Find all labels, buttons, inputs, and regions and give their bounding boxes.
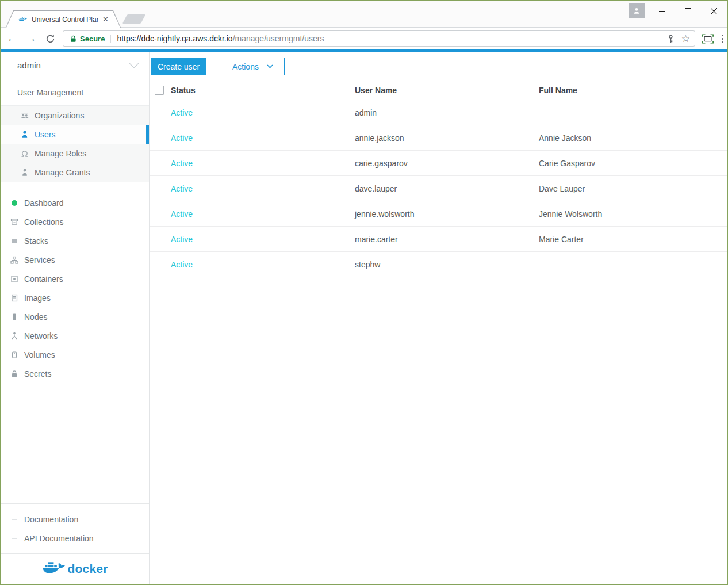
profile-avatar-button[interactable]	[629, 3, 645, 18]
table-row[interactable]: Active dave.lauper Dave Lauper	[150, 176, 727, 201]
address-bar[interactable]: Secure https://ddc-nightly.qa.aws.dckr.i…	[63, 30, 695, 47]
table-row[interactable]: Active marie.carter Marie Carter	[150, 227, 727, 252]
minimize-button[interactable]	[649, 1, 675, 21]
docker-logo: docker	[1, 553, 149, 584]
fullscreen-extension-icon[interactable]	[702, 34, 714, 44]
sidebar-item-manage-roles[interactable]: Manage Roles	[1, 144, 149, 163]
browser-toolbar: ← → Secure https://ddc-nightly.qa.aws.dc…	[1, 28, 727, 49]
sidebar-item-images[interactable]: Images	[1, 288, 149, 307]
status-cell[interactable]: Active	[171, 260, 355, 269]
tab-close-icon[interactable]: ✕	[102, 16, 109, 23]
account-name: admin	[17, 60, 128, 70]
chevron-down-icon	[128, 62, 140, 69]
sidebar-item-documentation[interactable]: Documentation	[1, 510, 149, 529]
reload-icon[interactable]	[42, 34, 58, 44]
column-header-fullname[interactable]: Full Name	[539, 86, 727, 95]
close-window-button[interactable]	[701, 1, 727, 21]
status-cell[interactable]: Active	[171, 235, 355, 244]
account-selector[interactable]: admin	[1, 52, 149, 79]
users-table: Status User Name Full Name Active admin …	[150, 81, 727, 277]
sidebar-item-label: Dashboard	[24, 198, 64, 208]
status-cell[interactable]: Active	[171, 184, 355, 193]
fullname-cell: Carie Gasparov	[539, 159, 727, 168]
sidebar-item-secrets[interactable]: Secrets	[1, 364, 149, 383]
chevron-down-icon	[267, 64, 273, 68]
select-all-checkbox[interactable]	[155, 86, 164, 95]
secure-label: Secure	[80, 35, 105, 43]
username-cell: stephw	[355, 260, 539, 269]
sidebar-item-organizations[interactable]: Organizations	[1, 106, 149, 125]
networks-icon	[10, 331, 19, 341]
sidebar-item-users[interactable]: Users	[1, 125, 149, 144]
sidebar-item-label: Documentation	[24, 515, 78, 524]
sidebar-item-dashboard[interactable]: Dashboard	[1, 193, 149, 212]
table-row[interactable]: Active stephw	[150, 252, 727, 277]
column-header-status[interactable]: Status	[171, 86, 355, 95]
browser-window: Universal Control Plane ✕ ← →	[0, 0, 728, 585]
secrets-icon	[10, 369, 19, 378]
status-cell[interactable]: Active	[171, 159, 355, 168]
status-cell[interactable]: Active	[171, 108, 355, 117]
sidebar-item-label: API Documentation	[24, 534, 94, 543]
images-icon	[10, 293, 19, 303]
grants-icon	[20, 168, 29, 177]
main-content: Create user Actions Status User Name Ful…	[150, 52, 727, 584]
sidebar-item-label: Networks	[24, 331, 58, 341]
actions-dropdown[interactable]: Actions	[221, 58, 285, 75]
sidebar-item-label: Secrets	[24, 369, 51, 378]
sidebar-item-collections[interactable]: Collections	[1, 212, 149, 231]
sidebar-item-containers[interactable]: Containers	[1, 269, 149, 288]
collections-icon	[10, 217, 19, 227]
new-tab-button[interactable]	[122, 14, 146, 24]
username-cell: marie.carter	[355, 235, 539, 244]
browser-tab[interactable]: Universal Control Plane ✕	[6, 10, 121, 28]
fullname-cell: Dave Lauper	[539, 184, 727, 193]
username-cell: jennie.wolsworth	[355, 209, 539, 219]
organizations-icon	[20, 111, 29, 120]
table-row[interactable]: Active admin	[150, 100, 727, 125]
status-cell[interactable]: Active	[171, 209, 355, 219]
sidebar-item-label: Manage Roles	[35, 149, 86, 158]
sidebar-item-networks[interactable]: Networks	[1, 326, 149, 345]
key-icon[interactable]	[667, 35, 675, 43]
sidebar-item-volumes[interactable]: Volumes	[1, 345, 149, 364]
column-header-username[interactable]: User Name	[355, 86, 539, 95]
sidebar-item-label: Manage Grants	[35, 168, 90, 177]
status-cell[interactable]: Active	[171, 133, 355, 143]
bookmark-star-icon[interactable]: ☆	[681, 33, 690, 45]
table-row[interactable]: Active annie.jackson Annie Jackson	[150, 125, 727, 151]
section-title: User Management	[1, 79, 149, 106]
sidebar-item-label: Collections	[24, 217, 63, 227]
sidebar-item-services[interactable]: Services	[1, 250, 149, 269]
dashboard-dot-icon	[10, 198, 19, 208]
doc-lines-icon	[10, 515, 19, 524]
url-path: /manage/usermgmt/users	[233, 34, 324, 43]
url-host: https://ddc-nightly.qa.aws.dckr.io	[117, 34, 232, 43]
forward-icon[interactable]: →	[23, 32, 39, 45]
sidebar-item-manage-grants[interactable]: Manage Grants	[1, 163, 149, 182]
sidebar-item-label: Images	[24, 293, 51, 303]
user-management-submenu: Organizations Users Manage Roles	[1, 106, 149, 182]
stacks-icon	[10, 236, 19, 246]
docker-favicon-icon	[18, 15, 27, 24]
tab-title: Universal Control Plane	[32, 16, 98, 24]
username-cell: annie.jackson	[355, 133, 539, 143]
nodes-icon	[10, 312, 19, 322]
sidebar-item-label: Nodes	[24, 312, 47, 322]
sidebar-item-label: Organizations	[35, 111, 84, 120]
secure-badge[interactable]: Secure	[68, 35, 111, 43]
table-row[interactable]: Active jennie.wolsworth Jennie Wolsworth	[150, 201, 727, 227]
username-cell: admin	[355, 108, 539, 117]
browser-menu-icon[interactable]	[722, 35, 723, 43]
sidebar-item-api-documentation[interactable]: API Documentation	[1, 529, 149, 548]
create-user-button[interactable]: Create user	[151, 58, 206, 75]
docker-logo-text: docker	[67, 562, 108, 576]
fullname-cell: Marie Carter	[539, 235, 727, 244]
maximize-button[interactable]	[675, 1, 701, 21]
back-icon[interactable]: ←	[4, 32, 20, 45]
doc-lines-icon	[10, 534, 19, 543]
sidebar-item-nodes[interactable]: Nodes	[1, 307, 149, 326]
fullname-cell: Jennie Wolsworth	[539, 209, 727, 219]
table-row[interactable]: Active carie.gasparov Carie Gasparov	[150, 151, 727, 176]
sidebar-item-stacks[interactable]: Stacks	[1, 231, 149, 250]
